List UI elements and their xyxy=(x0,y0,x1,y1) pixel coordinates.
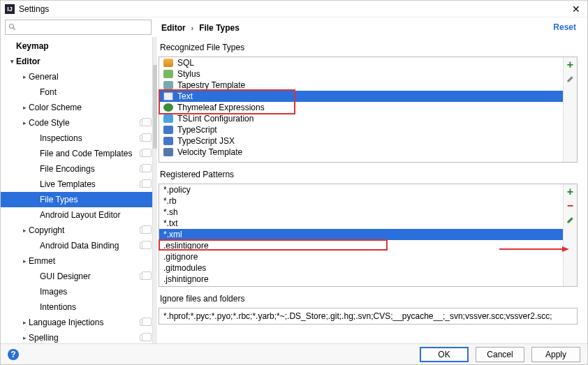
tree-item-label: Spelling xyxy=(29,333,140,343)
tree-item-file-and-code-templates[interactable]: File and Code Templates xyxy=(1,146,152,161)
scheme-icon xyxy=(140,334,148,341)
file-type-icon xyxy=(163,92,173,100)
file-type-row[interactable]: TypeScript JSX xyxy=(159,135,563,147)
chevron-icon: ▸ xyxy=(20,319,29,326)
cancel-button[interactable]: Cancel xyxy=(476,347,524,362)
tree-item-label: Language Injections xyxy=(29,318,140,327)
tree-item-label: Images xyxy=(40,287,148,297)
file-type-row[interactable]: Tapestry Template xyxy=(159,80,563,91)
pattern-row[interactable]: .gitmodules xyxy=(159,262,563,274)
content-panel: Recognized File Types SQLStylusTapestry … xyxy=(153,37,587,344)
tree-item-color-scheme[interactable]: ▸Color Scheme xyxy=(1,100,152,115)
edit-file-type-button[interactable] xyxy=(566,74,575,84)
file-type-row[interactable]: Text xyxy=(159,91,563,102)
tree-item-label: Font xyxy=(40,87,148,97)
help-icon[interactable]: ? xyxy=(8,349,19,360)
chevron-icon: ▾ xyxy=(8,58,16,65)
pattern-row[interactable]: .jshintignore xyxy=(159,274,563,285)
scheme-icon xyxy=(140,273,148,280)
tree-item-android-layout-editor[interactable]: Android Layout Editor xyxy=(1,207,152,223)
scheme-icon xyxy=(140,135,148,142)
pattern-row[interactable]: *.rb xyxy=(159,195,563,207)
file-type-row[interactable]: Thymeleaf Expressions xyxy=(159,102,563,113)
tree-item-font[interactable]: Font xyxy=(1,84,152,100)
pattern-row[interactable]: *.sh xyxy=(159,207,563,218)
window-title: Settings xyxy=(19,4,569,14)
tree-item-editor[interactable]: ▾Editor xyxy=(1,54,152,69)
tree-item-label: Color Scheme xyxy=(29,103,148,112)
file-type-label: SQL xyxy=(177,58,194,68)
file-type-icon xyxy=(163,114,173,123)
tree-item-intentions[interactable]: Intentions xyxy=(1,299,152,315)
close-icon[interactable]: ✕ xyxy=(569,3,583,15)
tree-item-file-types[interactable]: File Types xyxy=(1,192,152,207)
add-pattern-button[interactable]: + xyxy=(566,187,575,197)
pattern-row[interactable]: *.txt xyxy=(159,218,563,229)
patterns-toolbar: + − xyxy=(563,184,577,286)
file-type-row[interactable]: Stylus xyxy=(159,68,563,80)
tree-item-general[interactable]: ▸General xyxy=(1,69,152,84)
file-type-icon xyxy=(163,103,173,112)
dialog-footer: ? OK Cancel Apply xyxy=(1,343,587,364)
remove-pattern-button[interactable]: − xyxy=(566,201,575,211)
file-type-row[interactable]: Velocity Template xyxy=(159,147,563,158)
tree-item-label: Android Data Binding xyxy=(40,241,140,251)
sidebar-scrollbar[interactable] xyxy=(153,37,157,343)
tree-item-label: GUI Designer xyxy=(40,271,140,281)
search-box[interactable] xyxy=(5,20,152,35)
file-type-label: Thymeleaf Expressions xyxy=(177,103,265,112)
tree-item-inspections[interactable]: Inspections xyxy=(1,131,152,146)
file-type-row[interactable]: SQL xyxy=(159,57,563,68)
tree-item-emmet[interactable]: ▸Emmet xyxy=(1,253,152,269)
pattern-label: *.rb xyxy=(163,196,177,206)
pattern-row[interactable]: .eslintignore xyxy=(159,240,563,251)
add-file-type-button[interactable]: + xyxy=(566,60,575,70)
chevron-right-icon: › xyxy=(191,24,194,32)
tree-item-label: Emmet xyxy=(29,256,148,266)
tree-item-label: Editor xyxy=(16,57,148,66)
file-type-row[interactable]: TypeScript xyxy=(159,124,563,135)
tree-item-copyright[interactable]: ▸Copyright xyxy=(1,223,152,238)
pattern-row[interactable]: *.policy xyxy=(159,184,563,195)
apply-button[interactable]: Apply xyxy=(531,347,580,362)
titlebar: IJ Settings ✕ xyxy=(1,1,587,17)
edit-pattern-button[interactable] xyxy=(566,215,575,225)
file-type-icon xyxy=(163,81,173,89)
breadcrumb-leaf: File Types xyxy=(199,23,240,33)
tree-item-language-injections[interactable]: ▸Language Injections xyxy=(1,315,152,330)
registered-title: Registered Patterns xyxy=(160,170,585,179)
scheme-icon xyxy=(140,242,148,249)
svg-line-1 xyxy=(13,28,15,30)
tree-item-images[interactable]: Images xyxy=(1,284,152,299)
ok-button[interactable]: OK xyxy=(420,347,469,362)
recognized-file-types-list[interactable]: SQLStylusTapestry TemplateTextThymeleaf … xyxy=(159,57,578,163)
pattern-row[interactable]: *.xml xyxy=(159,229,563,240)
tree-item-label: Copyright xyxy=(29,225,140,235)
tree-item-code-style[interactable]: ▸Code Style xyxy=(1,115,152,131)
file-type-label: TSLint Configuration xyxy=(177,114,253,124)
tree-item-spelling[interactable]: ▸Spelling xyxy=(1,330,152,344)
tree-item-label: Code Style xyxy=(29,118,140,128)
file-type-label: Velocity Template xyxy=(177,147,242,157)
settings-tree[interactable]: Keymap▾Editor▸GeneralFont▸Color Scheme▸C… xyxy=(1,37,153,344)
toolbar: Editor › File Types Reset xyxy=(1,17,587,37)
tree-item-live-templates[interactable]: Live Templates xyxy=(1,177,152,192)
tree-item-keymap[interactable]: Keymap xyxy=(1,38,152,54)
tree-item-file-encodings[interactable]: File Encodings xyxy=(1,161,152,177)
svg-point-0 xyxy=(10,24,14,29)
ignore-input[interactable] xyxy=(159,308,578,325)
registered-patterns-list[interactable]: *.policy*.rb*.sh*.txt*.xml.eslintignore.… xyxy=(159,184,578,287)
search-input[interactable] xyxy=(20,22,148,32)
tree-item-gui-designer[interactable]: GUI Designer xyxy=(1,269,152,284)
app-icon: IJ xyxy=(5,4,15,14)
reset-link[interactable]: Reset xyxy=(553,22,576,32)
pattern-row[interactable]: .gitignore xyxy=(159,251,563,262)
tree-item-label: File Encodings xyxy=(40,164,140,174)
file-type-label: TypeScript xyxy=(177,125,217,135)
chevron-icon: ▸ xyxy=(20,258,29,265)
chevron-icon: ▸ xyxy=(20,119,29,126)
tree-item-label: File and Code Templates xyxy=(40,149,140,158)
tree-item-android-data-binding[interactable]: Android Data Binding xyxy=(1,238,152,253)
file-type-row[interactable]: TSLint Configuration xyxy=(159,113,563,124)
pattern-label: .gitmodules xyxy=(163,263,206,273)
